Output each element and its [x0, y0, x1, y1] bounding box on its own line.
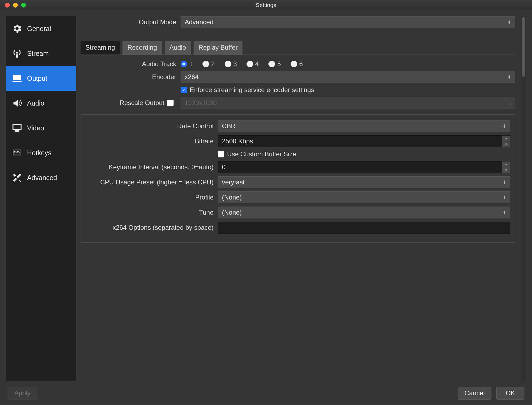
chevron-up-down-icon: ▲▼ [501, 211, 507, 214]
window-title: Settings [0, 2, 532, 8]
cancel-button[interactable]: Cancel [458, 387, 491, 400]
sidebar-item-label: Audio [27, 99, 44, 107]
audio-track-radio-2[interactable]: 2 [202, 60, 215, 68]
tab-label: Replay Buffer [198, 44, 238, 51]
output-mode-row: Output Mode Advanced ▲▼ [81, 16, 515, 28]
apply-button[interactable]: Apply [8, 387, 37, 400]
tab-label: Recording [127, 44, 157, 51]
cpu-preset-select[interactable]: veryfast ▲▼ [218, 176, 510, 188]
enforce-label: Enforce streaming service encoder settin… [190, 86, 314, 94]
radio-indicator-icon [225, 61, 231, 67]
enforce-row: ✓ Enforce streaming service encoder sett… [81, 86, 515, 94]
ok-button[interactable]: OK [496, 387, 524, 400]
rate-control-row: Rate Control CBR ▲▼ [83, 120, 510, 132]
stepper-arrows-icon[interactable]: ▲▼ [502, 161, 510, 173]
sidebar-item-output[interactable]: Output [6, 66, 76, 91]
bitrate-value: 2500 Kbps [222, 137, 253, 145]
sidebar-item-stream[interactable]: Stream [6, 41, 76, 66]
radio-indicator-icon [291, 61, 297, 67]
tab-streaming[interactable]: Streaming [81, 41, 120, 55]
output-mode-select[interactable]: Advanced ▲▼ [181, 16, 515, 28]
output-tabs: Streaming Recording Audio Replay Buffer [81, 41, 515, 55]
sidebar-item-label: Output [27, 75, 47, 82]
stepper-arrows-icon[interactable]: ▲▼ [502, 136, 510, 147]
radio-indicator-icon [202, 61, 209, 67]
rescale-select[interactable]: 1920x1080 ⌄ [181, 97, 515, 109]
sidebar-item-audio[interactable]: Audio [6, 91, 76, 116]
keyframe-input[interactable]: 0 ▲▼ [218, 161, 510, 173]
custom-buffer-label: Use Custom Buffer Size [227, 150, 296, 158]
tools-icon [11, 171, 23, 184]
chevron-down-icon: ⌄ [509, 100, 512, 106]
scrollbar-thumb[interactable] [522, 17, 525, 77]
radio-label: 5 [277, 60, 281, 68]
x264opts-row: x264 Options (separated by space) [83, 222, 510, 234]
audio-track-radio-4[interactable]: 4 [247, 60, 259, 68]
window-controls [5, 3, 26, 8]
sidebar-item-hotkeys[interactable]: Hotkeys [6, 140, 76, 165]
button-label: Apply [14, 389, 31, 397]
audio-track-label: Audio Track [81, 60, 181, 68]
output-mode-label: Output Mode [81, 18, 181, 26]
profile-value: (None) [222, 194, 242, 201]
sidebar-item-label: General [27, 25, 51, 33]
cpu-preset-value: veryfast [222, 178, 245, 186]
encoder-settings-panel: Rate Control CBR ▲▼ Bitrate 2500 Kbps ▲▼ [81, 114, 515, 243]
custom-buffer-row: Use Custom Buffer Size [83, 150, 510, 158]
monitor-icon [11, 122, 23, 134]
chevron-up-down-icon: ▲▼ [501, 124, 507, 128]
x264opts-label: x264 Options (separated by space) [83, 224, 218, 231]
rescale-value: 1920x1080 [185, 99, 217, 107]
cpu-preset-label: CPU Usage Preset (higher = less CPU) [83, 178, 218, 186]
radio-label: 2 [211, 60, 215, 68]
audio-track-radio-6[interactable]: 6 [291, 60, 303, 68]
rate-control-label: Rate Control [83, 122, 218, 130]
close-window-button[interactable] [5, 3, 10, 8]
enforce-checkbox[interactable]: ✓ [181, 87, 187, 93]
chevron-up-down-icon: ▲▼ [501, 180, 507, 184]
encoder-select[interactable]: x264 ▲▼ [181, 71, 515, 83]
profile-label: Profile [83, 194, 218, 201]
sidebar-item-advanced[interactable]: Advanced [6, 165, 76, 190]
radio-indicator-icon [181, 61, 187, 67]
content-area: Output Mode Advanced ▲▼ Streaming Record… [81, 16, 515, 381]
speaker-icon [11, 97, 23, 109]
rescale-label: Rescale Output [120, 99, 164, 107]
profile-select[interactable]: (None) ▲▼ [218, 191, 510, 203]
radio-label: 3 [233, 60, 237, 68]
tab-audio[interactable]: Audio [165, 41, 191, 55]
sidebar-item-video[interactable]: Video [6, 116, 76, 140]
tab-label: Streaming [85, 44, 115, 51]
settings-window: Settings General Stream Output [0, 0, 532, 405]
sidebar-item-general[interactable]: General [6, 16, 76, 41]
bitrate-label: Bitrate [83, 137, 218, 145]
scrollbar[interactable] [521, 16, 526, 381]
radio-indicator-icon [268, 61, 275, 67]
tab-recording[interactable]: Recording [122, 41, 162, 55]
tab-label: Audio [169, 44, 186, 51]
bitrate-input[interactable]: 2500 Kbps ▲▼ [218, 135, 510, 147]
zoom-window-button[interactable] [21, 3, 26, 8]
gear-icon [11, 22, 23, 35]
x264opts-input[interactable] [218, 222, 510, 234]
tune-select[interactable]: (None) ▲▼ [218, 207, 510, 218]
audio-track-radio-5[interactable]: 5 [268, 60, 281, 68]
rate-control-select[interactable]: CBR ▲▼ [218, 120, 510, 132]
minimize-window-button[interactable] [13, 3, 18, 8]
keyframe-row: Keyframe Interval (seconds, 0=auto) 0 ▲▼ [83, 161, 510, 173]
streaming-form: Audio Track 1 2 3 4 5 6 Encoder [81, 55, 515, 243]
chevron-up-down-icon: ▲▼ [506, 75, 512, 79]
cpu-preset-row: CPU Usage Preset (higher = less CPU) ver… [83, 176, 510, 188]
rescale-checkbox[interactable] [167, 100, 174, 106]
audio-track-radio-3[interactable]: 3 [225, 60, 237, 68]
sidebar-item-label: Hotkeys [27, 149, 51, 157]
sidebar: General Stream Output Audio [6, 16, 76, 381]
tab-replay-buffer[interactable]: Replay Buffer [194, 41, 242, 55]
sidebar-item-label: Video [27, 124, 44, 132]
tune-value: (None) [222, 209, 242, 216]
custom-buffer-checkbox[interactable] [218, 151, 224, 157]
encoder-value: x264 [185, 73, 199, 81]
audio-track-radio-1[interactable]: 1 [181, 60, 193, 68]
rate-control-value: CBR [222, 122, 236, 130]
footer: Apply Cancel OK [0, 381, 532, 405]
